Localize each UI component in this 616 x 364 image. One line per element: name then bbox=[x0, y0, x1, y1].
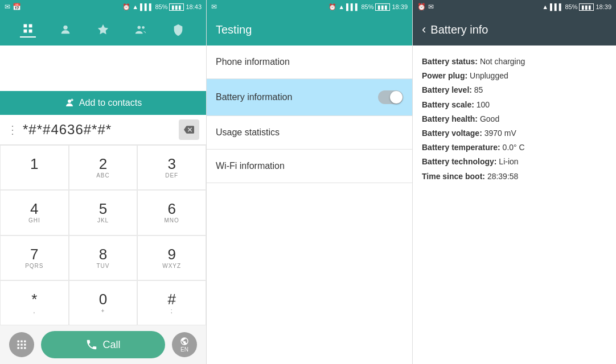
key-9[interactable]: 9WXYZ bbox=[137, 235, 206, 280]
status-right-p3: ▲ ▌▌▌ 85% ▮▮▮ 18:39 bbox=[542, 3, 611, 11]
menu-phone-info[interactable]: Phone information bbox=[207, 46, 412, 79]
signal-icon-p2: ▌▌▌ bbox=[346, 3, 359, 10]
key-2[interactable]: 2ABC bbox=[69, 145, 138, 190]
nav-contacts[interactable] bbox=[58, 22, 73, 38]
status-bar-panel1: ✉ 📅 ⏰ ▲ ▌▌▌ 85% ▮▮▮ 18:43 bbox=[0, 0, 206, 14]
add-to-contacts-button[interactable]: Add to contacts bbox=[0, 91, 206, 115]
svg-rect-0 bbox=[24, 24, 27, 28]
svg-point-7 bbox=[68, 100, 71, 103]
svg-rect-1 bbox=[29, 24, 32, 28]
battery-info-title: Battery info bbox=[430, 23, 488, 36]
battery-tech-row: Battery technology: Li-ion bbox=[422, 155, 607, 169]
battery-info-panel: ⏰ ✉ ▲ ▌▌▌ 85% ▮▮▮ 18:39 ‹ Battery info B… bbox=[412, 0, 616, 364]
battery-icon-p3: ▮▮▮ bbox=[579, 3, 594, 11]
battery-voltage-row: Battery voltage: 3970 mV bbox=[422, 126, 607, 140]
dialer-content: Add to contacts ⋮ *#*#4636#*#* 1_ 2ABC 3… bbox=[0, 46, 206, 364]
usage-stats-label: Usage statistics bbox=[216, 127, 280, 137]
language-label: EN bbox=[180, 346, 188, 353]
svg-point-6 bbox=[142, 26, 145, 29]
gmail-icon: ✉ bbox=[5, 3, 10, 11]
battery-voltage-value: 3970 mV bbox=[484, 129, 516, 138]
testing-panel: ✉ ⏰ ▲ ▌▌▌ 85% ▮▮▮ 18:39 Testing Phone in… bbox=[206, 0, 412, 364]
battery-info-content: Battery status: Not charging Power plug:… bbox=[413, 46, 616, 193]
key-hash[interactable]: #; bbox=[137, 280, 206, 325]
wifi-icon-p3: ▲ bbox=[542, 3, 548, 10]
battery-level-row: Battery level: 85 bbox=[422, 83, 607, 97]
svg-rect-2 bbox=[24, 30, 27, 33]
svg-rect-12 bbox=[20, 344, 22, 345]
key-7[interactable]: 7PQRS bbox=[0, 235, 69, 280]
menu-wifi-info[interactable]: Wi-Fi information bbox=[207, 150, 412, 183]
wifi-icon: ▲ bbox=[132, 3, 138, 10]
language-button[interactable]: EN bbox=[172, 332, 197, 357]
svg-rect-13 bbox=[24, 344, 26, 345]
keypad-toggle-button[interactable] bbox=[9, 332, 34, 357]
battery-tech-value: Li-ion bbox=[499, 157, 518, 166]
dial-number-display: *#*#4636#*#* bbox=[23, 122, 179, 138]
battery-info-label: Battery information bbox=[216, 92, 292, 102]
nav-groups[interactable] bbox=[133, 22, 149, 38]
battery-icon: ▮▮▮ bbox=[169, 3, 184, 11]
time-panel2: 18:39 bbox=[392, 3, 408, 10]
add-to-contacts-label: Add to contacts bbox=[79, 98, 142, 108]
time-boot-label: Time since boot: bbox=[422, 172, 485, 181]
nav-shield[interactable] bbox=[170, 22, 186, 38]
wifi-icon-p2: ▲ bbox=[338, 3, 344, 10]
battery-scale-value: 100 bbox=[477, 100, 490, 109]
calendar-icon: 📅 bbox=[13, 3, 21, 11]
battery-text: 85% bbox=[155, 3, 167, 10]
menu-usage-stats[interactable]: Usage statistics bbox=[207, 116, 412, 150]
status-left-p3: ⏰ ✉ bbox=[417, 3, 434, 11]
backspace-button[interactable] bbox=[179, 119, 199, 140]
key-3[interactable]: 3DEF bbox=[137, 145, 206, 190]
status-left: ✉ 📅 bbox=[5, 3, 21, 11]
battery-tech-label: Battery technology: bbox=[422, 157, 496, 166]
call-button-label: Call bbox=[102, 339, 120, 351]
nav-bar-panel1 bbox=[0, 14, 206, 46]
key-star[interactable]: *, bbox=[0, 280, 69, 325]
svg-point-4 bbox=[63, 26, 67, 30]
toggle-thumb bbox=[390, 91, 403, 104]
dialer-panel: ✉ 📅 ⏰ ▲ ▌▌▌ 85% ▮▮▮ 18:43 bbox=[0, 0, 206, 364]
power-plug-label: Power plug: bbox=[422, 71, 467, 80]
back-arrow-icon[interactable]: ‹ bbox=[422, 22, 426, 37]
nav-grid[interactable] bbox=[20, 22, 36, 38]
time-panel3: 18:39 bbox=[596, 3, 611, 10]
phone-info-label: Phone information bbox=[216, 57, 290, 67]
svg-rect-16 bbox=[24, 347, 26, 349]
battery-health-value: Good bbox=[480, 114, 499, 123]
keypad: 1_ 2ABC 3DEF 4GHI 5JKL 6MNO 7PQRS 8TUV 9… bbox=[0, 145, 206, 325]
alarm-icon: ⏰ bbox=[122, 3, 130, 11]
svg-rect-9 bbox=[20, 341, 22, 342]
battery-scale-row: Battery scale: 100 bbox=[422, 98, 607, 112]
testing-app-bar: Testing bbox=[207, 14, 412, 46]
status-bar-panel3: ⏰ ✉ ▲ ▌▌▌ 85% ▮▮▮ 18:39 bbox=[413, 0, 616, 14]
nav-favorites[interactable] bbox=[95, 22, 111, 38]
testing-title: Testing bbox=[216, 23, 252, 36]
status-bar-panel2: ✉ ⏰ ▲ ▌▌▌ 85% ▮▮▮ 18:39 bbox=[207, 0, 412, 14]
svg-rect-11 bbox=[18, 344, 19, 345]
battery-p2: 85% bbox=[361, 3, 373, 10]
battery-toggle[interactable] bbox=[378, 90, 403, 104]
battery-temp-value: 0.0° C bbox=[503, 143, 525, 152]
key-1[interactable]: 1_ bbox=[0, 145, 69, 190]
svg-rect-8 bbox=[18, 341, 19, 342]
svg-rect-14 bbox=[18, 347, 19, 349]
svg-rect-15 bbox=[20, 347, 22, 349]
key-5[interactable]: 5JKL bbox=[69, 190, 138, 235]
battery-level-label: Battery level: bbox=[422, 85, 472, 94]
key-0[interactable]: 0+ bbox=[69, 280, 138, 325]
key-8[interactable]: 8TUV bbox=[69, 235, 138, 280]
key-6[interactable]: 6MNO bbox=[137, 190, 206, 235]
contact-area bbox=[0, 46, 206, 91]
status-right: ⏰ ▲ ▌▌▌ 85% ▮▮▮ 18:43 bbox=[122, 3, 202, 11]
key-4[interactable]: 4GHI bbox=[0, 190, 69, 235]
battery-icon-p2: ▮▮▮ bbox=[375, 3, 390, 11]
alarm-icon-p2: ⏰ bbox=[328, 3, 336, 11]
call-button[interactable]: Call bbox=[41, 331, 165, 358]
dial-input-row: ⋮ *#*#4636#*#* bbox=[0, 115, 206, 145]
battery-scale-label: Battery scale: bbox=[422, 100, 474, 109]
menu-battery-info[interactable]: Battery information bbox=[207, 79, 412, 116]
power-plug-row: Power plug: Unplugged bbox=[422, 69, 607, 83]
gmail-icon-p2: ✉ bbox=[211, 3, 217, 11]
